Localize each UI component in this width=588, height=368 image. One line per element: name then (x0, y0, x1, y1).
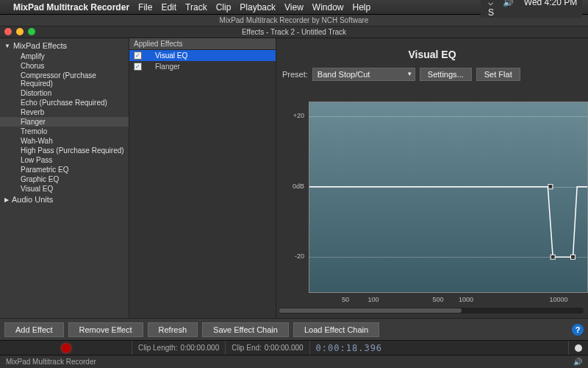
effect-echo-purchase-required-[interactable]: Echo (Purchase Required) (0, 98, 129, 107)
preset-dropdown[interactable]: Band Stop/Cut (312, 68, 415, 81)
x-tick-label: 500 (433, 296, 444, 303)
gridline (309, 116, 587, 117)
x-tick-label: 100 (368, 296, 379, 303)
x-tick-label: 1000 (459, 296, 473, 303)
save-chain-button[interactable]: Save Effect Chain (202, 322, 289, 337)
settings-button[interactable]: Settings... (420, 68, 472, 81)
zoom-button[interactable] (28, 28, 35, 35)
refresh-button[interactable]: Refresh (148, 322, 198, 337)
effect-amplify[interactable]: Amplify (0, 52, 129, 61)
checkbox-icon[interactable]: ✓ (134, 63, 142, 71)
clip-length-label: Clip Length: (138, 344, 177, 352)
disclosure-triangle-icon[interactable]: ▼ (4, 43, 10, 49)
tree-root-audiounits[interactable]: ▶ Audio Units (0, 194, 129, 205)
effect-distortion[interactable]: Distortion (0, 88, 129, 98)
preset-row: Preset: Band Stop/Cut Settings... Set Fl… (276, 65, 588, 84)
gridline (309, 257, 587, 258)
eq-curve[interactable] (309, 102, 587, 292)
effect-editor-panel: Visual EQ Preset: Band Stop/Cut Settings… (276, 38, 588, 318)
applied-effects-header: Applied Effects (129, 38, 276, 50)
checkbox-icon[interactable]: ✓ (134, 52, 142, 60)
effect-compressor-purchase-required-[interactable]: Compressor (Purchase Required) (0, 71, 129, 88)
x-tick-label: 10000 (550, 296, 568, 303)
effect-visual-eq[interactable]: Visual EQ (0, 184, 129, 194)
window-subtitle: Effects - Track 2 - Untitled Track (0, 26, 588, 38)
window-controls (4, 28, 35, 35)
app-menu[interactable]: MixPad Multitrack Recorder (13, 2, 129, 13)
effects-toolbar: Add Effect Remove Effect Refresh Save Ef… (0, 318, 588, 340)
horizontal-scrollbar[interactable] (279, 308, 584, 314)
y-tick-label: +20 (293, 112, 304, 119)
scrollbar-thumb[interactable] (279, 308, 462, 313)
applied-effects-panel: Applied Effects ✓Visual EQ✓Flanger (129, 38, 276, 318)
menu-track[interactable]: Track (185, 2, 207, 13)
effect-graphic-eq[interactable]: Graphic EQ (0, 174, 129, 184)
x-axis-labels: 50100500100010000 (309, 296, 588, 306)
clip-length-value: 0:00:00.000 (180, 344, 219, 352)
eq-chart[interactable]: +200dB-20 50100500100010000 (282, 102, 588, 311)
menu-view[interactable]: View (284, 2, 304, 13)
set-flat-button[interactable]: Set Flat (476, 68, 520, 81)
clip-end-value: 0:00:00.000 (265, 344, 304, 352)
y-tick-label: -20 (295, 252, 304, 260)
help-icon[interactable]: ? (572, 324, 584, 336)
tree-root-label: MixPad Effects (13, 41, 67, 50)
x-tick-label: 50 (342, 296, 349, 303)
close-button[interactable] (4, 28, 12, 35)
clip-end-label: Clip End: (232, 344, 262, 352)
menu-window[interactable]: Window (312, 2, 344, 13)
tree-root-mixpad[interactable]: ▼ MixPad Effects (0, 40, 129, 52)
speaker-icon[interactable]: 🔊 (573, 358, 582, 366)
effect-chorus[interactable]: Chorus (0, 61, 129, 71)
menu-help[interactable]: Help (353, 2, 371, 13)
effect-low-pass[interactable]: Low Pass (0, 155, 129, 165)
disclosure-triangle-icon[interactable]: ▶ (4, 197, 9, 203)
minimize-button[interactable] (16, 28, 24, 35)
tree-root-label: Audio Units (12, 195, 53, 204)
load-chain-button[interactable]: Load Effect Chain (293, 322, 379, 337)
effect-high-pass-purchase-required-[interactable]: High Pass (Purchase Required) (0, 146, 129, 155)
effect-reverb[interactable]: Reverb (0, 107, 129, 117)
applied-effect-visual-eq[interactable]: ✓Visual EQ (129, 50, 276, 61)
status-app-label: MixPad Multitrack Recorder (6, 358, 96, 366)
menu-playback[interactable]: Playback (240, 2, 276, 13)
preset-label: Preset: (282, 70, 308, 79)
effect-title: Visual EQ (276, 38, 588, 65)
volume-icon[interactable]: 🔊 (503, 0, 514, 7)
applied-effect-flanger[interactable]: ✓Flanger (129, 61, 276, 72)
transport-bar: Clip Length: 0:00:00.000 Clip End: 0:00:… (0, 340, 588, 355)
effect-wah-wah[interactable]: Wah-Wah (0, 136, 129, 146)
add-effect-button[interactable]: Add Effect (4, 322, 64, 337)
menubar-status: ⌵ 🔊 Wed 4:20 PM S (481, 0, 582, 18)
y-axis-labels: +200dB-20 (282, 102, 307, 293)
spotlight-icon[interactable]: S (488, 7, 494, 18)
remove-effect-button[interactable]: Remove Effect (68, 322, 143, 337)
effect-parametric-eq[interactable]: Parametric EQ (0, 165, 129, 174)
applied-effect-label: Visual EQ (155, 52, 187, 60)
menu-file[interactable]: File (138, 2, 152, 13)
menu-clip[interactable]: Clip (216, 2, 232, 13)
y-tick-label: 0dB (293, 183, 304, 190)
effects-tree: ▼ MixPad Effects AmplifyChorusCompressor… (0, 38, 129, 318)
wifi-icon[interactable]: ⌵ (488, 0, 493, 7)
eq-curve-line[interactable] (309, 187, 587, 258)
status-bar: MixPad Multitrack Recorder 🔊 (0, 355, 588, 368)
effect-tremolo[interactable]: Tremolo (0, 127, 129, 136)
menu-edit[interactable]: Edit (161, 2, 176, 13)
eq-plot-area[interactable] (309, 102, 588, 293)
timecode-display: 0:00:18.396 (316, 343, 382, 353)
record-button[interactable] (62, 344, 71, 353)
toggle-dot-icon[interactable] (575, 344, 582, 352)
clock: Wed 4:20 PM (524, 0, 577, 7)
applied-effect-label: Flanger (155, 63, 180, 71)
system-menubar: MixPad Multitrack Recorder File Edit Tra… (0, 0, 588, 15)
gridline (309, 187, 587, 188)
effect-flanger[interactable]: Flanger (0, 117, 129, 127)
